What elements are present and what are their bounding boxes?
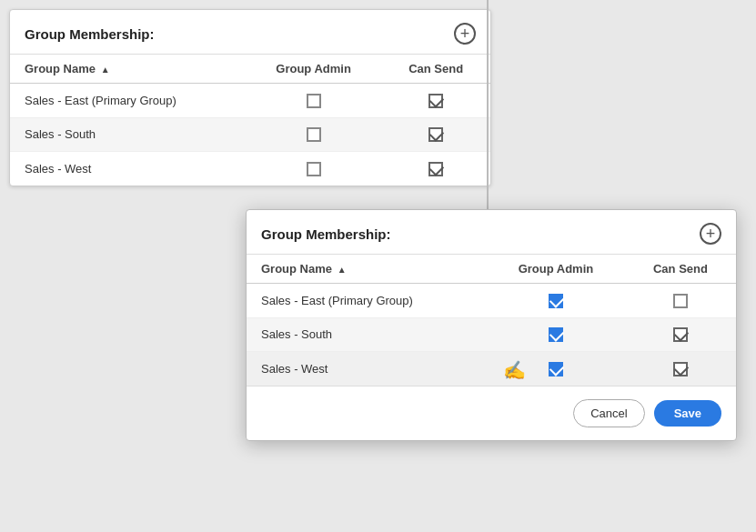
save-button[interactable]: Save [654,400,721,427]
foreground-dialog: Group Membership: + Group Name ▲ Group A… [246,209,737,441]
bg-panel-header: Group Membership: + [10,10,490,55]
row-group-name: Sales - South [10,117,246,152]
bg-col-group-name: Group Name ▲ [10,55,246,84]
row-can-send-cb[interactable] [625,352,736,386]
bg-col-group-admin: Group Admin [246,55,381,84]
row-group-name: Sales - South [247,317,487,352]
checkbox-checked-icon[interactable] [428,162,443,176]
vertical-divider [487,0,489,218]
row-can-send-cb[interactable] [381,84,490,118]
dialog-footer: Cancel Save [247,386,736,440]
fg-add-button[interactable]: + [700,223,721,245]
checkbox-unchecked-icon[interactable] [307,94,321,108]
row-group-admin-cb[interactable] [487,317,625,352]
checkbox-checked-blue-icon[interactable] [549,327,563,342]
checkbox-unchecked-icon[interactable] [307,127,321,142]
checkbox-checked-icon[interactable] [428,127,443,142]
cursor-hand-icon: ✍ [503,359,526,381]
checkbox-unchecked-icon[interactable] [673,294,688,308]
sort-arrow-icon: ▲ [338,265,347,275]
row-group-name: Sales - East (Primary Group) [247,284,487,318]
table-row: Sales - West [10,152,490,186]
table-row-highlighted: Sales - West ✍ [247,352,736,386]
fg-group-table: Group Name ▲ Group Admin Can Send Sales … [247,255,736,386]
row-group-admin-cb[interactable] [246,117,381,152]
row-can-send-cb[interactable] [381,152,490,186]
row-group-admin-cb[interactable] [246,84,381,118]
table-row: Sales - East (Primary Group) [247,284,736,318]
table-row: Sales - South [10,117,490,152]
checkbox-checked-blue-icon[interactable] [549,294,563,308]
bg-group-table: Group Name ▲ Group Admin Can Send Sales … [10,55,490,186]
checkbox-checked-icon[interactable] [428,94,443,108]
bg-panel-title: Group Membership: [25,26,155,42]
sort-arrow-icon: ▲ [101,65,110,75]
row-group-admin-cb[interactable]: ✍ [487,352,625,386]
row-group-name: Sales - East (Primary Group) [10,84,246,118]
row-can-send-cb[interactable] [625,284,736,318]
fg-col-group-admin: Group Admin [487,255,625,284]
checkbox-checked-blue-icon[interactable] [549,362,563,376]
cancel-button[interactable]: Cancel [573,399,644,427]
checkbox-checked-icon[interactable] [673,362,688,376]
row-group-name: Sales - West [10,152,246,186]
background-panel: Group Membership: + Group Name ▲ Group A… [9,9,491,186]
row-group-admin-cb[interactable] [246,152,381,186]
row-can-send-cb[interactable] [381,117,490,152]
fg-col-can-send: Can Send [625,255,736,284]
table-row: Sales - East (Primary Group) [10,84,490,118]
table-row: Sales - South [247,317,736,352]
fg-panel-title: Group Membership: [261,226,391,242]
row-group-admin-cb[interactable] [487,284,625,318]
fg-panel-header: Group Membership: + [247,210,736,255]
fg-col-group-name: Group Name ▲ [247,255,487,284]
row-can-send-cb[interactable] [625,317,736,352]
checkbox-checked-icon[interactable] [673,327,688,342]
bg-col-can-send: Can Send [381,55,490,84]
bg-add-button[interactable]: + [454,23,476,45]
row-group-name: Sales - West [247,352,487,386]
checkbox-unchecked-icon[interactable] [307,162,321,176]
